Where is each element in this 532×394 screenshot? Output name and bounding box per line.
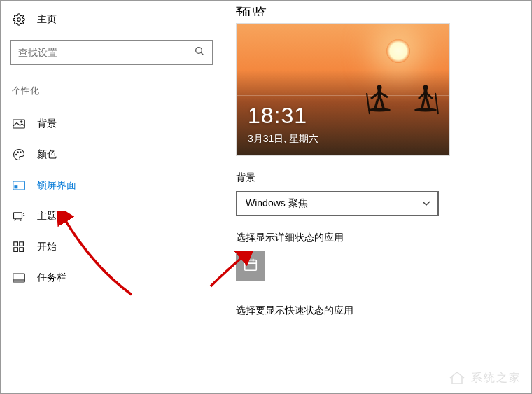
picture-icon: [12, 119, 26, 129]
svg-point-24: [368, 108, 391, 112]
svg-point-32: [414, 108, 437, 112]
search-input-container[interactable]: [10, 40, 213, 65]
sidebar-item-label: 开始: [37, 241, 57, 253]
sidebar-item-start[interactable]: 开始: [10, 232, 213, 262]
svg-rect-3: [13, 120, 25, 128]
svg-line-23: [367, 93, 370, 114]
sidebar-item-theme[interactable]: 主题: [10, 201, 213, 232]
sidebar-home[interactable]: 主页: [10, 13, 213, 26]
page-title: 预览: [236, 3, 512, 16]
preview-date: 3月31日, 星期六: [248, 133, 318, 146]
quick-status-label: 选择要显示快速状态的应用: [236, 304, 512, 317]
figure-graphic: [412, 83, 440, 117]
gear-icon: [12, 13, 26, 26]
svg-point-0: [18, 18, 21, 22]
svg-rect-14: [20, 248, 24, 252]
search-icon: [194, 45, 205, 59]
search-input[interactable]: [18, 47, 194, 58]
lockscreen-icon: [12, 181, 26, 190]
svg-point-5: [16, 154, 18, 155]
svg-rect-10: [14, 213, 22, 219]
home-label: 主页: [37, 13, 57, 26]
sidebar-item-color[interactable]: 颜色: [10, 139, 213, 170]
calendar-icon: [243, 257, 258, 275]
app-selector-calendar[interactable]: [236, 251, 265, 281]
preview-time: 18:31: [248, 103, 307, 129]
sidebar: 主页 个性化 背景 颜色 锁屏界面: [1, 1, 223, 393]
category-title: 个性化: [10, 85, 213, 97]
svg-rect-13: [14, 248, 18, 252]
svg-rect-15: [13, 274, 25, 282]
sidebar-item-background[interactable]: 背景: [10, 108, 213, 139]
sidebar-item-lockscreen[interactable]: 锁屏界面: [10, 170, 213, 201]
svg-line-30: [427, 99, 429, 108]
svg-rect-9: [15, 186, 18, 188]
chevron-down-icon: [422, 199, 430, 209]
svg-line-22: [381, 99, 384, 108]
background-dropdown[interactable]: Windows 聚焦: [236, 191, 439, 216]
svg-line-29: [422, 99, 424, 108]
sidebar-item-label: 主题: [37, 210, 57, 223]
dropdown-value: Windows 聚焦: [246, 197, 308, 210]
svg-rect-33: [245, 260, 257, 271]
watermark-text: 系统之家: [471, 371, 522, 386]
watermark: 系统之家: [447, 370, 522, 386]
lockscreen-preview: 18:31 3月31日, 星期六: [236, 23, 450, 156]
taskbar-icon: [12, 273, 26, 283]
start-icon: [12, 241, 26, 253]
background-label: 背景: [236, 171, 512, 184]
svg-point-7: [20, 152, 22, 153]
sidebar-item-taskbar[interactable]: 任务栏: [10, 262, 213, 293]
main-content: 预览 18:31 3月31日, 星期六 背景 Windows 聚焦 选择显示详细…: [223, 1, 531, 393]
theme-icon: [12, 211, 26, 222]
sidebar-item-label: 锁屏界面: [37, 179, 76, 192]
svg-point-25: [424, 85, 428, 90]
svg-line-21: [375, 99, 378, 108]
sidebar-item-label: 任务栏: [37, 272, 66, 284]
svg-point-1: [196, 48, 202, 54]
svg-line-31: [435, 93, 438, 114]
svg-point-17: [377, 85, 382, 90]
svg-rect-12: [20, 242, 24, 246]
sun-graphic: [386, 39, 410, 63]
svg-point-6: [18, 152, 19, 153]
palette-icon: [12, 148, 26, 161]
sidebar-item-label: 颜色: [37, 148, 57, 161]
svg-point-4: [21, 121, 22, 122]
detailed-status-label: 选择显示详细状态的应用: [236, 232, 512, 244]
svg-rect-11: [14, 242, 18, 246]
svg-line-2: [201, 52, 203, 55]
figure-graphic: [365, 83, 393, 117]
sidebar-item-label: 背景: [37, 118, 57, 130]
